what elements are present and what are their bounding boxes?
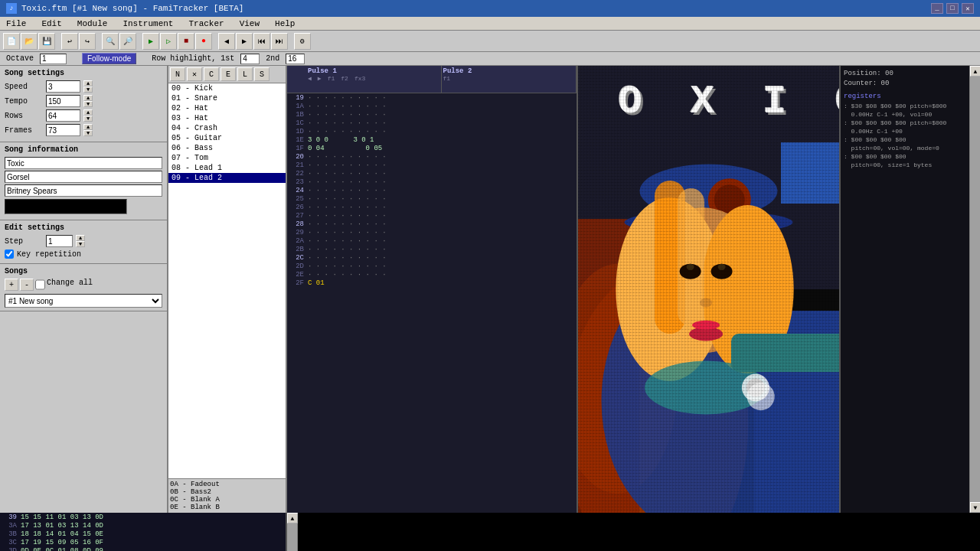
song-artist-input[interactable] bbox=[5, 171, 162, 183]
row-data-28-ch1[interactable]: · · · · · · · · · · bbox=[306, 220, 388, 228]
scroll-track[interactable] bbox=[970, 77, 980, 502]
edit-instrument-button[interactable]: E bbox=[220, 67, 236, 81]
instrument-item-8[interactable]: 08 - Lead 1 bbox=[168, 163, 286, 173]
step-down[interactable]: ▼ bbox=[76, 241, 85, 247]
step-input[interactable] bbox=[46, 235, 73, 247]
open-button[interactable]: 📂 bbox=[21, 33, 38, 50]
play-button[interactable]: ▶ bbox=[142, 33, 159, 50]
rows-down[interactable]: ▼ bbox=[83, 116, 93, 122]
row-data-1A-ch1[interactable]: · · · · · · · · · · bbox=[306, 103, 388, 110]
instrument-item-9[interactable]: 09 - Lead 2 bbox=[168, 173, 286, 183]
row-data-2B-ch1[interactable]: · · · · · · · · · · bbox=[306, 246, 388, 253]
key-repetition-checkbox[interactable] bbox=[5, 249, 14, 259]
menu-tracker[interactable]: Tracker bbox=[185, 18, 227, 30]
clone-instrument-button[interactable]: C bbox=[204, 67, 219, 81]
row-data-20-ch1[interactable]: · · · · · · · · · · bbox=[306, 153, 388, 161]
row-data-27-ch1[interactable]: · · · · · · · · · · bbox=[306, 212, 388, 220]
save-button[interactable]: 💾 bbox=[38, 33, 55, 50]
add-song-button[interactable]: + bbox=[5, 279, 18, 291]
prev-button[interactable]: ◀ bbox=[218, 33, 235, 50]
row-data-1E-ch1[interactable]: 3 0 0 3 0 1 bbox=[306, 136, 375, 144]
scroll-down-button[interactable]: ▼ bbox=[970, 502, 980, 513]
row-data-23-ch1[interactable]: · · · · · · · · · · bbox=[306, 178, 388, 186]
stop-button[interactable]: ■ bbox=[178, 33, 194, 50]
first-button[interactable]: ⏮ bbox=[253, 33, 270, 50]
tempo-down[interactable]: ▼ bbox=[83, 101, 93, 107]
song-copyright-input[interactable] bbox=[5, 184, 162, 197]
row-data-24-ch1[interactable]: · · · · · · · · · · bbox=[306, 187, 388, 194]
row-data-2A-ch1[interactable]: · · · · · · · · · · bbox=[306, 237, 388, 245]
row-data-1B-ch1[interactable]: · · · · · · · · · · bbox=[306, 111, 388, 119]
tempo-input[interactable] bbox=[46, 95, 80, 107]
instrument-item-6[interactable]: 06 - Bass bbox=[168, 143, 286, 153]
menu-help[interactable]: Help bbox=[272, 18, 298, 30]
speed-up[interactable]: ▲ bbox=[83, 80, 93, 86]
row-highlight-1st-input[interactable] bbox=[240, 54, 260, 64]
follow-mode-button[interactable]: Follow-mode bbox=[82, 53, 136, 64]
record-button[interactable]: ● bbox=[195, 33, 212, 50]
row-data-2F-ch1[interactable]: C 01 bbox=[306, 279, 384, 287]
row-3C-data[interactable]: 17 19 15 09 05 16 0F bbox=[19, 539, 105, 546]
load-instrument-button[interactable]: L bbox=[237, 67, 253, 81]
play-pattern-button[interactable]: ▷ bbox=[160, 33, 177, 50]
left-scroll-up[interactable]: ▲ bbox=[287, 513, 298, 523]
redo-button[interactable]: ↪ bbox=[79, 33, 96, 50]
instrument-item-3[interactable]: 03 - Hat bbox=[168, 113, 286, 123]
row-3D-data[interactable]: 0D 0E 0C 01 08 0D 09 bbox=[19, 547, 105, 552]
instrument-item-0[interactable]: 00 - Kick bbox=[168, 83, 286, 93]
rows-up[interactable]: ▲ bbox=[83, 109, 93, 116]
song-selector[interactable]: #1 New song bbox=[5, 294, 162, 308]
song-title-input[interactable] bbox=[5, 157, 162, 169]
row-3B-data[interactable]: 18 18 14 01 04 15 0E bbox=[19, 530, 105, 538]
save-instrument-button[interactable]: S bbox=[254, 67, 270, 81]
row-data-2C-ch1[interactable]: · · · · · · · · · · bbox=[306, 254, 388, 262]
last-button[interactable]: ⏭ bbox=[271, 33, 288, 50]
menu-view[interactable]: View bbox=[237, 18, 263, 30]
menu-instrument[interactable]: Instrument bbox=[119, 18, 176, 30]
frames-input[interactable] bbox=[46, 124, 80, 136]
instrument-item-5[interactable]: 05 - Guitar bbox=[168, 133, 286, 143]
tempo-up[interactable]: ▲ bbox=[83, 95, 93, 101]
next-button[interactable]: ▶ bbox=[236, 33, 253, 50]
instrument-item-2[interactable]: 02 - Hat bbox=[168, 103, 286, 113]
change-all-checkbox[interactable] bbox=[35, 279, 45, 291]
maximize-button[interactable]: □ bbox=[946, 3, 959, 14]
zoom-out-button[interactable]: 🔎 bbox=[119, 33, 136, 50]
speed-input[interactable] bbox=[46, 80, 80, 93]
row-highlight-2nd-input[interactable] bbox=[286, 54, 305, 64]
minimize-button[interactable]: _ bbox=[931, 3, 943, 14]
instrument-item-7[interactable]: 07 - Tom bbox=[168, 153, 286, 163]
row-data-1D-ch1[interactable]: · · · · · · · · · · bbox=[306, 128, 388, 135]
rows-input[interactable] bbox=[46, 109, 80, 122]
settings-button[interactable]: ⚙ bbox=[294, 33, 311, 50]
row-data-2E-ch1[interactable]: · · · · · · · · · · bbox=[306, 271, 388, 279]
row-data-21-ch1[interactable]: · · · · · · · · · · bbox=[306, 161, 388, 169]
row-data-26-ch1[interactable]: · · · · · · · · · · bbox=[306, 204, 388, 211]
row-data-19-ch1[interactable]: · · · · · · · · · · bbox=[306, 94, 388, 102]
menu-file[interactable]: File bbox=[3, 18, 29, 30]
menu-module[interactable]: Module bbox=[74, 18, 111, 30]
menu-edit[interactable]: Edit bbox=[38, 18, 64, 30]
zoom-in-button[interactable]: 🔍 bbox=[102, 33, 119, 50]
row-data-25-ch1[interactable]: · · · · · · · · · · bbox=[306, 195, 388, 203]
color-picker[interactable] bbox=[5, 199, 127, 214]
left-scroll-track[interactable] bbox=[287, 523, 297, 551]
new-instrument-button[interactable]: N bbox=[170, 67, 185, 81]
remove-instrument-button[interactable]: ✕ bbox=[187, 67, 202, 81]
instrument-item-1[interactable]: 01 - Snare bbox=[168, 93, 286, 103]
undo-button[interactable]: ↩ bbox=[61, 33, 78, 50]
row-3A-data[interactable]: 17 13 01 03 13 14 0D bbox=[19, 522, 105, 530]
step-up[interactable]: ▲ bbox=[76, 235, 85, 241]
row-39-data[interactable]: 15 15 11 01 03 13 0D bbox=[19, 514, 105, 521]
instrument-item-4[interactable]: 04 - Crash bbox=[168, 123, 286, 133]
frames-up[interactable]: ▲ bbox=[83, 124, 93, 130]
speed-down[interactable]: ▼ bbox=[83, 86, 93, 93]
row-data-2D-ch1[interactable]: · · · · · · · · · · bbox=[306, 262, 388, 270]
close-button[interactable]: ✕ bbox=[962, 3, 974, 14]
new-button[interactable]: 📄 bbox=[3, 33, 20, 50]
scroll-up-button[interactable]: ▲ bbox=[970, 66, 980, 77]
row-data-22-ch1[interactable]: · · · · · · · · · · bbox=[306, 170, 388, 178]
row-data-1C-ch1[interactable]: · · · · · · · · · · bbox=[306, 119, 388, 127]
row-data-29-ch1[interactable]: · · · · · · · · · · bbox=[306, 229, 388, 236]
octave-input[interactable] bbox=[40, 54, 67, 64]
